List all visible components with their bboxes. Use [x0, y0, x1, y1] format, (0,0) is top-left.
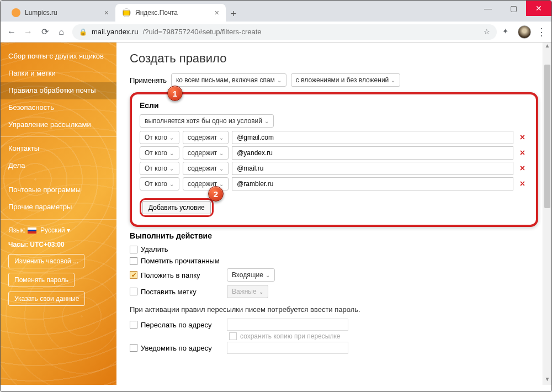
- condition-value-input[interactable]: [232, 131, 513, 144]
- home-button[interactable]: ⌂: [56, 27, 67, 37]
- checkbox[interactable]: [130, 321, 137, 329]
- checkbox[interactable]: [130, 257, 137, 265]
- sidebar-item-collect[interactable]: Сбор почты с других ящиков: [1, 48, 116, 65]
- browser-menu-icon[interactable]: ⋮: [537, 26, 546, 38]
- language-selector[interactable]: Язык: Русский ▾: [1, 223, 116, 237]
- url-path: /?uid=798757240#setup/filters-create: [143, 28, 262, 36]
- checkbox[interactable]: [130, 344, 137, 352]
- settings-sidebar: Сбор почты с других ящиков Папки и метки…: [1, 43, 116, 385]
- chevron-down-icon: ⌄: [219, 135, 224, 141]
- condition-value-input[interactable]: [232, 177, 513, 190]
- scroll-down-arrow[interactable]: ▼: [543, 376, 551, 385]
- condition-op-dropdown[interactable]: содержит⌄: [183, 146, 229, 160]
- language-label: Язык:: [8, 226, 25, 234]
- forward-address-input[interactable]: [227, 319, 348, 331]
- match-mode-dropdown[interactable]: выполняется хотя бы одно из условий⌄: [140, 114, 274, 128]
- action-notify-row[interactable]: Уведомить по адресу: [130, 340, 538, 356]
- keep-copy-row[interactable]: сохранить копию при пересылке: [229, 332, 538, 340]
- checkbox[interactable]: [130, 246, 137, 253]
- action-move-folder-row[interactable]: ✔ Положить в папку Входящие⌄: [130, 267, 538, 283]
- close-tab-icon[interactable]: ×: [104, 8, 109, 17]
- chevron-down-icon: ⌄: [277, 77, 282, 83]
- add-condition-highlight: Добавить условие: [140, 198, 214, 217]
- tab-yandex-mail[interactable]: Яндекс.Почта ×: [115, 4, 226, 22]
- checkbox-checked[interactable]: ✔: [130, 271, 137, 279]
- sidebar-item-rules[interactable]: Правила обработки почты: [1, 82, 116, 99]
- condition-field-dropdown[interactable]: От кого⌄: [140, 131, 179, 144]
- scroll-thumb[interactable]: [544, 65, 550, 208]
- forward-button[interactable]: →: [23, 27, 34, 37]
- tab-label: Lumpics.ru: [25, 9, 57, 17]
- delete-condition-icon[interactable]: ×: [517, 179, 528, 189]
- window-controls: — ▢ ✕: [475, 1, 551, 16]
- page-body: Сбор почты с других ящиков Папки и метки…: [1, 43, 551, 385]
- step-badge-1: 1: [167, 86, 183, 101]
- action-set-label-row[interactable]: Поставить метку Важные⌄: [130, 283, 538, 300]
- apply-attachments-dropdown[interactable]: с вложениями и без вложений⌄: [291, 73, 400, 87]
- condition-row: От кого⌄ содержит⌄ ×: [140, 131, 528, 144]
- close-window-button[interactable]: ✕: [526, 1, 551, 16]
- extension-icon[interactable]: ✦: [502, 27, 512, 37]
- scroll-up-arrow[interactable]: ▲: [543, 43, 551, 51]
- sidebar-item-other[interactable]: Прочие параметры: [1, 199, 116, 216]
- change-password-button[interactable]: Поменять пароль: [8, 273, 75, 287]
- flag-ru-icon: [28, 227, 36, 234]
- chevron-down-icon: ⌄: [169, 181, 174, 187]
- sidebar-item-folders[interactable]: Папки и метки: [1, 65, 116, 82]
- notify-address-input[interactable]: [227, 342, 348, 354]
- sidebar-separator: [1, 219, 116, 220]
- apply-scope-dropdown[interactable]: ко всем письмам, включая спам⌄: [171, 73, 286, 87]
- step-badge-2: 2: [208, 186, 224, 202]
- condition-field-dropdown[interactable]: От кого⌄: [140, 146, 179, 160]
- content-area: Создать правило Применять ко всем письма…: [116, 43, 551, 385]
- maximize-button[interactable]: ▢: [501, 1, 526, 16]
- action-forward-row[interactable]: Переслать по адресу: [130, 317, 538, 332]
- new-tab-button[interactable]: +: [226, 6, 241, 22]
- sidebar-item-security[interactable]: Безопасность: [1, 99, 116, 116]
- checkbox[interactable]: [229, 332, 237, 340]
- action-mark-read-row[interactable]: Пометить прочитанным: [130, 255, 538, 267]
- vertical-scrollbar[interactable]: ▲ ▼: [543, 43, 551, 385]
- chevron-down-icon: ⌄: [259, 289, 263, 295]
- condition-field-dropdown[interactable]: От кого⌄: [140, 162, 179, 175]
- close-tab-icon[interactable]: ×: [215, 8, 219, 17]
- chevron-down-icon: ⌄: [266, 272, 270, 278]
- folder-dropdown[interactable]: Входящие⌄: [227, 268, 275, 282]
- sidebar-item-mailapps[interactable]: Почтовые программы: [1, 182, 116, 199]
- tab-label: Яндекс.Почта: [135, 9, 178, 17]
- sidebar-item-contacts[interactable]: Контакты: [1, 140, 116, 157]
- profile-avatar[interactable]: [518, 25, 531, 39]
- chevron-down-icon: ⌄: [219, 150, 224, 156]
- change-timezone-button[interactable]: Изменить часовой ...: [8, 254, 84, 268]
- chevron-down-icon: ⌄: [264, 118, 269, 124]
- checkbox[interactable]: [130, 288, 137, 295]
- bookmark-star-icon[interactable]: ☆: [484, 28, 490, 36]
- if-heading: Если: [140, 101, 528, 110]
- reload-button[interactable]: ⟳: [39, 27, 50, 37]
- forward-note: При активации правил пересылки писем пот…: [130, 305, 538, 314]
- action-delete-row[interactable]: Удалить: [130, 243, 538, 255]
- sidebar-item-subscriptions[interactable]: Управление рассылками: [1, 116, 116, 134]
- delete-condition-icon[interactable]: ×: [517, 133, 528, 142]
- minimize-button[interactable]: —: [475, 1, 501, 16]
- address-bar[interactable]: 🔒 mail.yandex.ru/?uid=798757240#setup/fi…: [72, 24, 497, 40]
- condition-row: От кого⌄ содержит⌄ ×: [140, 146, 528, 160]
- condition-row: От кого⌄ содержит⌄ ×: [140, 162, 528, 175]
- condition-field-dropdown[interactable]: От кого⌄: [140, 177, 179, 190]
- condition-op-dropdown[interactable]: содержит⌄: [183, 131, 229, 144]
- delete-condition-icon[interactable]: ×: [517, 148, 528, 158]
- browser-window: — ▢ ✕ Lumpics.ru × Яндекс.Почта × + ← → …: [0, 0, 552, 392]
- back-button[interactable]: ←: [6, 27, 17, 37]
- lumpics-favicon: [12, 8, 20, 17]
- condition-value-input[interactable]: [232, 146, 513, 160]
- delete-condition-icon[interactable]: ×: [517, 163, 528, 173]
- chevron-down-icon: ⌄: [169, 150, 174, 156]
- condition-op-dropdown[interactable]: содержит⌄: [183, 162, 229, 175]
- label-dropdown[interactable]: Важные⌄: [227, 285, 268, 298]
- sidebar-item-todo[interactable]: Дела: [1, 157, 116, 174]
- edit-profile-button[interactable]: Указать свои данные: [8, 292, 85, 306]
- tab-lumpics[interactable]: Lumpics.ru ×: [5, 4, 115, 22]
- add-condition-button[interactable]: Добавить условие: [142, 201, 211, 214]
- chevron-down-icon: ⌄: [391, 77, 395, 83]
- condition-value-input[interactable]: [232, 162, 513, 175]
